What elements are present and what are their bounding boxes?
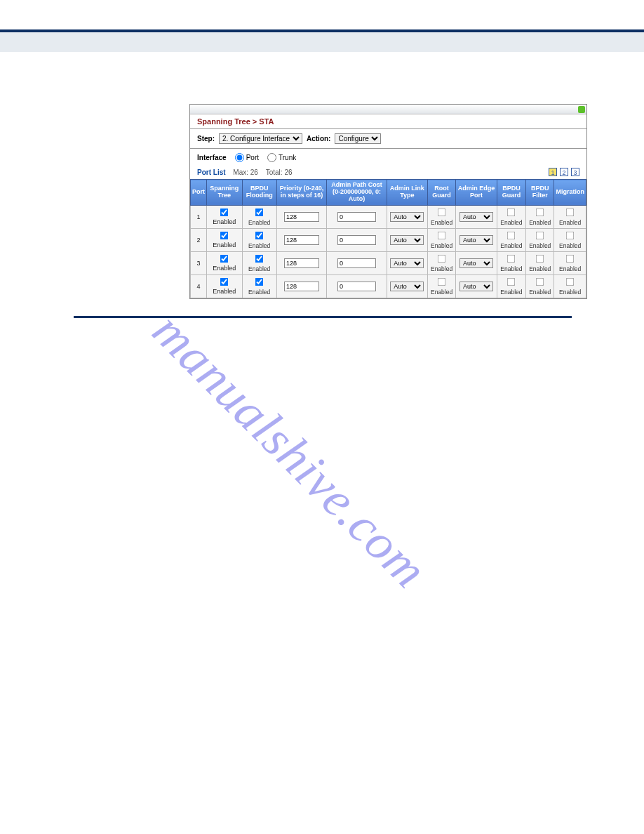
table-row: 4 EnabledEnabledAutoEnabledAutoEnabledEn… [191, 274, 586, 298]
migration-checkbox[interactable] [566, 231, 575, 239]
spanning-checkbox[interactable] [220, 208, 229, 217]
col-bpdu-filter: BPDU Filter [526, 180, 554, 206]
cell-spanning: Enabled [207, 274, 243, 298]
pathcost-input[interactable] [337, 235, 376, 245]
bpdu-flood-checkbox[interactable] [255, 277, 264, 286]
pager: 1 2 3 [549, 168, 579, 176]
cell-spanning: Enabled [207, 205, 243, 228]
cell-migration: Enabled [554, 205, 586, 228]
priority-input[interactable] [284, 212, 319, 222]
table-row: 1 EnabledEnabledAutoEnabledAutoEnabledEn… [191, 205, 586, 228]
cell-priority [276, 274, 327, 298]
edgeport-select[interactable]: Auto [459, 212, 493, 222]
port-list-max: Max: 26 [233, 168, 258, 176]
col-spanning: Spanning Tree [207, 180, 243, 206]
cell-port: 2 [191, 228, 207, 251]
cell-priority [276, 205, 327, 228]
figure-top-gradient [190, 105, 586, 114]
action-label: Action: [307, 135, 330, 143]
bpdu-filter-checkbox[interactable] [536, 208, 544, 216]
pathcost-input[interactable] [337, 282, 376, 291]
cell-rootguard: Enabled [427, 251, 455, 274]
cell-migration: Enabled [554, 251, 586, 274]
bpdu-filter-checkbox[interactable] [536, 277, 544, 286]
trunk-radio-input[interactable] [267, 153, 276, 162]
cell-linktype: Auto [387, 274, 427, 298]
cell-pathcost [327, 228, 387, 251]
cell-migration: Enabled [554, 274, 586, 298]
spanning-checkbox[interactable] [220, 255, 229, 263]
port-list-label: Port List [197, 168, 226, 176]
table-row: 3 EnabledEnabledAutoEnabledAutoEnabledEn… [191, 251, 586, 274]
cell-pathcost [327, 274, 387, 298]
cell-bpdu-guard: Enabled [497, 274, 525, 298]
cell-bpdu-filter: Enabled [526, 228, 554, 251]
watermark-text: manualshive.com [141, 301, 438, 599]
cell-rootguard: Enabled [427, 228, 455, 251]
bpdu-flood-checkbox[interactable] [255, 231, 264, 239]
linktype-select[interactable]: Auto [390, 258, 424, 268]
bpdu-flood-checkbox[interactable] [255, 254, 264, 263]
col-bpdu-flood: BPDU Flooding [242, 180, 276, 206]
spanning-checkbox[interactable] [220, 232, 229, 240]
bpdu-guard-checkbox[interactable] [507, 208, 516, 216]
edgeport-select[interactable]: Auto [459, 282, 493, 291]
bpdu-guard-checkbox[interactable] [507, 254, 516, 263]
cell-bpdu-filter: Enabled [526, 274, 554, 298]
cell-port: 3 [191, 251, 207, 274]
edgeport-select[interactable]: Auto [459, 258, 493, 268]
migration-checkbox[interactable] [566, 254, 575, 263]
cell-linktype: Auto [387, 251, 427, 274]
step-label: Step: [197, 135, 215, 143]
cell-bpdu-filter: Enabled [526, 251, 554, 274]
linktype-select[interactable]: Auto [390, 212, 424, 222]
migration-checkbox[interactable] [566, 208, 575, 216]
interface-label: Interface [197, 154, 227, 161]
bpdu-filter-checkbox[interactable] [536, 254, 544, 263]
linktype-select[interactable]: Auto [390, 282, 424, 291]
priority-input[interactable] [284, 235, 319, 245]
col-bpdu-guard: BPDU Guard [497, 180, 525, 206]
cell-edgeport: Auto [456, 228, 497, 251]
edgeport-select[interactable]: Auto [459, 235, 493, 245]
priority-input[interactable] [284, 282, 319, 291]
cell-priority [276, 251, 327, 274]
bpdu-guard-checkbox[interactable] [507, 277, 516, 286]
cell-port: 1 [191, 205, 207, 228]
rootguard-checkbox[interactable] [438, 277, 446, 286]
pathcost-input[interactable] [337, 212, 376, 222]
cell-edgeport: Auto [456, 205, 497, 228]
col-port: Port [191, 180, 207, 206]
cell-pathcost [327, 251, 387, 274]
cell-bpdu-flood: Enabled [242, 274, 276, 298]
rootguard-checkbox[interactable] [438, 254, 446, 263]
section-horizontal-rule [74, 316, 572, 318]
cell-migration: Enabled [554, 228, 586, 251]
table-row: 2 EnabledEnabledAutoEnabledAutoEnabledEn… [191, 228, 586, 251]
pager-page-2[interactable]: 2 [560, 168, 568, 176]
spanning-checkbox[interactable] [220, 278, 229, 286]
pager-page-3[interactable]: 3 [571, 168, 579, 176]
cell-linktype: Auto [387, 205, 427, 228]
pathcost-input[interactable] [337, 258, 376, 268]
step-select[interactable]: 2. Configure Interface [219, 133, 302, 144]
pager-page-1[interactable]: 1 [549, 168, 557, 176]
bpdu-filter-checkbox[interactable] [536, 231, 544, 239]
col-edgeport: Admin Edge Port [456, 180, 497, 206]
migration-checkbox[interactable] [566, 277, 575, 286]
linktype-select[interactable]: Auto [390, 235, 424, 245]
port-radio-input[interactable] [235, 153, 244, 162]
port-radio-label: Port [246, 154, 259, 161]
bpdu-guard-checkbox[interactable] [507, 231, 516, 239]
interface-port-radio[interactable]: Port [235, 153, 259, 162]
port-list-summary: Port List Max: 26 Total: 26 1 2 3 [190, 166, 586, 179]
bpdu-flood-checkbox[interactable] [255, 208, 264, 216]
cell-bpdu-guard: Enabled [497, 251, 525, 274]
cell-spanning: Enabled [207, 251, 243, 274]
interface-trunk-radio[interactable]: Trunk [267, 153, 296, 162]
priority-input[interactable] [284, 258, 319, 268]
rootguard-checkbox[interactable] [438, 208, 446, 216]
rootguard-checkbox[interactable] [438, 231, 446, 239]
cell-bpdu-guard: Enabled [497, 205, 525, 228]
action-select[interactable]: Configure [335, 133, 381, 144]
